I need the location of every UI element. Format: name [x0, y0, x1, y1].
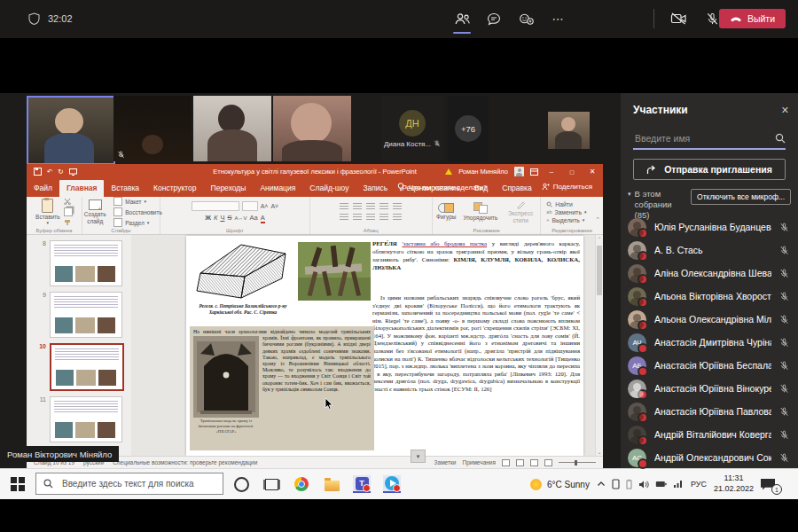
participant-row[interactable]: АС Андрій Олександрович Сокол [628, 446, 794, 469]
participant-row[interactable]: Анастасія Юріївна Павлова [628, 400, 794, 423]
task-view-icon[interactable] [262, 475, 280, 493]
video-tile-speaker[interactable] [27, 96, 115, 165]
paste-button[interactable]: Вставить▾ [35, 199, 60, 226]
slide-thumbnail[interactable]: 9 [27, 292, 126, 338]
participant-row[interactable]: Анастасія Юріївна Вінокуренко [628, 377, 794, 400]
participant-row[interactable]: АЧ Анастасія Дмитрівна Чуріна [628, 331, 794, 354]
strike-button[interactable]: S [227, 214, 231, 222]
participant-row[interactable]: Андрій Віталійович Коверга [628, 423, 794, 446]
normal-view-icon[interactable] [502, 459, 510, 466]
reactions-icon[interactable] [516, 9, 536, 28]
shrink-font-icon[interactable]: A˅ [270, 203, 278, 209]
participant-row[interactable]: Альона Олександрівна Мілова [628, 308, 794, 331]
ribbon-tab[interactable]: Переходы [204, 180, 254, 197]
slide-sorter-icon[interactable] [516, 459, 524, 466]
section-button[interactable]: Раздел▾ [113, 218, 162, 227]
align-center-icon[interactable] [353, 214, 362, 221]
quick-styles-button[interactable]: Экспресс стили [505, 200, 536, 223]
video-tile-overflow[interactable]: +76 [448, 96, 489, 161]
bold-button[interactable]: Ж [205, 214, 211, 222]
font-color-button[interactable]: А [261, 214, 265, 223]
slide-thumbnail[interactable]: 10 [27, 343, 126, 391]
reading-view-icon[interactable] [530, 459, 538, 466]
comments-button[interactable]: Примечания [462, 459, 496, 466]
scroll-down-button[interactable]: ▾ [411, 450, 426, 463]
ribbon-tab[interactable]: Вставка [104, 180, 146, 197]
more-options-icon[interactable]: ⋯ [548, 9, 567, 28]
send-invite-button[interactable]: Отправка приглашения [633, 159, 786, 180]
numbering-icon[interactable] [353, 203, 362, 210]
video-tile-named[interactable]: ДН Диана Костя... [381, 96, 443, 161]
zoom-slider[interactable] [559, 462, 596, 463]
replace-button[interactable]: abЗаменить▾ [546, 209, 586, 215]
save-icon[interactable] [34, 168, 42, 176]
start-button[interactable] [11, 477, 25, 491]
panel-close-icon[interactable]: ✕ [781, 105, 789, 116]
align-left-icon[interactable] [340, 214, 348, 221]
select-button[interactable]: ⌖Выделить▾ [546, 217, 584, 223]
mute-all-button[interactable]: Отключить все микроф... [691, 189, 791, 205]
ribbon-tab[interactable]: Слайд-шоу [302, 180, 356, 197]
cut-icon[interactable] [64, 198, 71, 205]
collapse-ribbon-icon[interactable]: ⌃ [595, 216, 600, 223]
reset-button[interactable]: Восстановить [113, 207, 162, 216]
participant-search[interactable] [633, 129, 786, 150]
vertical-scrollbar[interactable]: ⌃ ⌄ [595, 235, 603, 457]
camera-off-icon[interactable] [669, 9, 688, 28]
slide-thumbnail[interactable]: 11 [27, 396, 126, 442]
chat-icon[interactable] [484, 9, 504, 28]
copy-icon[interactable] [64, 207, 73, 216]
video-tile-dark[interactable] [113, 96, 192, 161]
language-indicator[interactable]: РУС [691, 480, 707, 489]
char-spacing-icon[interactable]: A↔V [234, 215, 246, 221]
ribbon-tab[interactable]: Анимация [253, 180, 302, 197]
network-icon[interactable] [673, 480, 684, 489]
participant-row[interactable]: Юлія Русланівна Буданцева [628, 215, 794, 239]
participants-icon[interactable] [452, 9, 472, 28]
taskbar-clock[interactable]: 11:31 21.02.2022 [714, 473, 754, 494]
weather-widget[interactable]: 6°C Sunny [530, 479, 590, 490]
ppt-maximize-button[interactable]: ▢ [565, 168, 579, 175]
tray-expand-icon[interactable] [597, 481, 606, 488]
telegram-icon[interactable] [383, 475, 401, 493]
indent-decrease-icon[interactable] [366, 203, 375, 210]
video-tile-small[interactable] [548, 112, 590, 149]
find-button[interactable]: Найти [546, 201, 572, 207]
participant-row[interactable]: Аліна Олександрівна Шеварева [628, 262, 794, 285]
phone-link-icon[interactable] [612, 479, 620, 489]
accessibility-status[interactable]: Специальные возможности: проверьте реком… [113, 459, 257, 466]
ppt-user-avatar[interactable] [514, 167, 524, 176]
ribbon-tab[interactable]: Файл [27, 180, 59, 197]
taskbar-search[interactable] [35, 473, 223, 495]
slideshow-view-icon[interactable] [544, 459, 552, 466]
indent-increase-icon[interactable] [379, 203, 388, 210]
align-right-icon[interactable] [366, 214, 375, 221]
ribbon-tab[interactable]: Главная [59, 180, 105, 197]
leave-button[interactable]: Выйти [719, 9, 786, 28]
slide-thumbnail[interactable]: 8 [27, 240, 126, 286]
current-slide[interactable]: РЕГЕ́ЛЯ 'заставна або бродова пастка у в… [186, 236, 583, 456]
justify-icon[interactable] [379, 214, 388, 221]
change-case-button[interactable]: Aa [249, 214, 257, 222]
participant-search-input[interactable] [633, 132, 775, 145]
battery-saver-icon[interactable] [626, 479, 632, 489]
ribbon-display-icon[interactable] [530, 168, 538, 176]
participant-row[interactable]: Альона Вікторівна Хворостян [628, 285, 794, 308]
file-explorer-icon[interactable] [323, 475, 340, 493]
bullets-icon[interactable] [340, 203, 348, 210]
cortana-icon[interactable] [232, 475, 250, 493]
format-painter-icon[interactable] [64, 219, 71, 226]
italic-button[interactable]: К [214, 214, 217, 222]
participant-row[interactable]: АБ Анастасія Юріївна Беспала [628, 354, 794, 377]
ribbon-tab[interactable]: Запись [356, 180, 395, 197]
participant-row[interactable]: А. В. Стась [628, 239, 794, 262]
section-chevron-icon[interactable]: ▾ [628, 191, 631, 198]
font-size-box[interactable] [242, 201, 258, 211]
ppt-minimize-button[interactable]: – [544, 168, 559, 176]
line-spacing-icon[interactable] [393, 203, 402, 210]
slideshow-icon[interactable] [69, 168, 77, 176]
font-name-box[interactable] [192, 201, 239, 211]
video-tile-camera[interactable] [273, 96, 351, 161]
underline-button[interactable]: Ч [220, 214, 224, 222]
ribbon-tab[interactable]: Конструктор [146, 180, 203, 197]
